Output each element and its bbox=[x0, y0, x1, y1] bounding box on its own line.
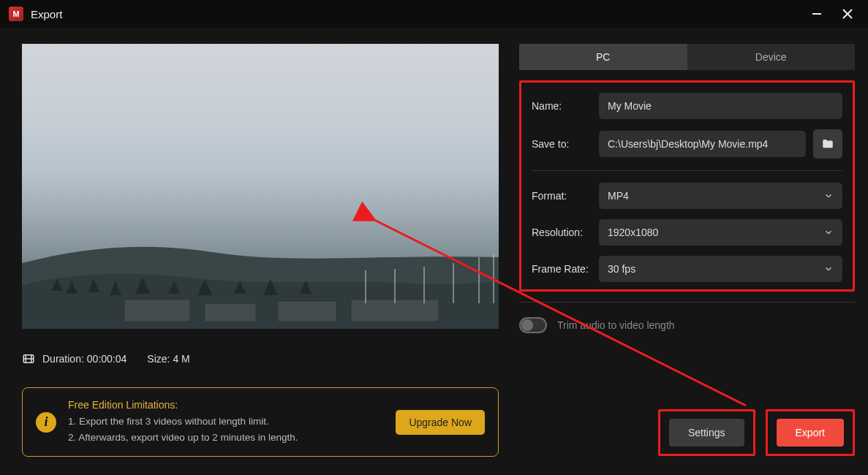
format-select[interactable]: MP4 bbox=[599, 183, 842, 209]
duration-label: Duration: bbox=[42, 353, 84, 365]
tab-pc[interactable]: PC bbox=[519, 44, 687, 70]
limitations-line2: 2. Afterwards, export video up to 2 minu… bbox=[68, 430, 384, 446]
export-highlight: Export bbox=[766, 409, 855, 456]
limitations-box: i Free Edition Limitations: 1. Export th… bbox=[22, 387, 499, 457]
export-button[interactable]: Export bbox=[777, 419, 844, 446]
content-area: Duration: 00:00:04 Size: 4 M i Free Edit… bbox=[0, 28, 868, 475]
saveto-input[interactable] bbox=[599, 131, 806, 157]
size-value: 4 M bbox=[173, 353, 189, 365]
framerate-select[interactable]: 30 fps bbox=[599, 256, 842, 282]
info-icon: i bbox=[36, 412, 56, 433]
close-button[interactable] bbox=[836, 6, 859, 22]
limitations-line1: 1. Export the first 3 videos without len… bbox=[68, 414, 384, 430]
format-label: Format: bbox=[532, 190, 592, 202]
settings-button[interactable]: Settings bbox=[669, 419, 744, 446]
trim-audio-toggle[interactable] bbox=[519, 317, 547, 333]
folder-icon bbox=[821, 137, 834, 151]
film-icon bbox=[22, 352, 35, 365]
video-preview bbox=[22, 44, 499, 329]
name-input[interactable] bbox=[599, 93, 842, 119]
preview-meta: Duration: 00:00:04 Size: 4 M bbox=[22, 352, 499, 365]
svg-rect-3 bbox=[124, 300, 190, 322]
app-icon: M bbox=[9, 7, 23, 21]
left-column: Duration: 00:00:04 Size: 4 M i Free Edit… bbox=[22, 44, 499, 462]
resolution-value: 1920x1080 bbox=[608, 227, 658, 238]
limitations-title: Free Edition Limitations: bbox=[68, 399, 384, 411]
tab-device[interactable]: Device bbox=[687, 44, 856, 70]
format-value: MP4 bbox=[608, 190, 629, 202]
bottom-actions: Settings Export bbox=[519, 361, 855, 462]
export-settings-form: Name: Save to: Format: MP4 bbox=[519, 80, 855, 292]
resolution-select[interactable]: 1920x1080 bbox=[599, 219, 842, 246]
duration-value: 00:00:04 bbox=[87, 353, 127, 365]
svg-rect-5 bbox=[278, 301, 336, 322]
trim-audio-row: Trim audio to video length bbox=[519, 317, 855, 333]
chevron-down-icon bbox=[823, 191, 834, 201]
upgrade-button[interactable]: Upgrade Now bbox=[396, 410, 485, 435]
resolution-label: Resolution: bbox=[532, 227, 592, 238]
settings-highlight: Settings bbox=[658, 409, 755, 456]
chevron-down-icon bbox=[823, 264, 834, 274]
svg-rect-4 bbox=[205, 303, 256, 322]
browse-folder-button[interactable] bbox=[813, 129, 842, 159]
export-window: M Export bbox=[0, 0, 868, 475]
minimize-button[interactable] bbox=[805, 6, 829, 22]
framerate-label: Frame Rate: bbox=[532, 263, 592, 275]
output-tabs: PC Device bbox=[519, 44, 855, 70]
right-column: PC Device Name: Save to: Format: bbox=[519, 44, 855, 462]
titlebar: M Export bbox=[0, 0, 868, 28]
chevron-down-icon bbox=[823, 227, 834, 238]
saveto-label: Save to: bbox=[532, 138, 592, 150]
trim-audio-label: Trim audio to video length bbox=[557, 319, 675, 331]
size-label: Size: bbox=[147, 353, 170, 365]
framerate-value: 30 fps bbox=[608, 263, 635, 275]
window-title: Export bbox=[31, 8, 62, 20]
name-label: Name: bbox=[532, 100, 592, 112]
